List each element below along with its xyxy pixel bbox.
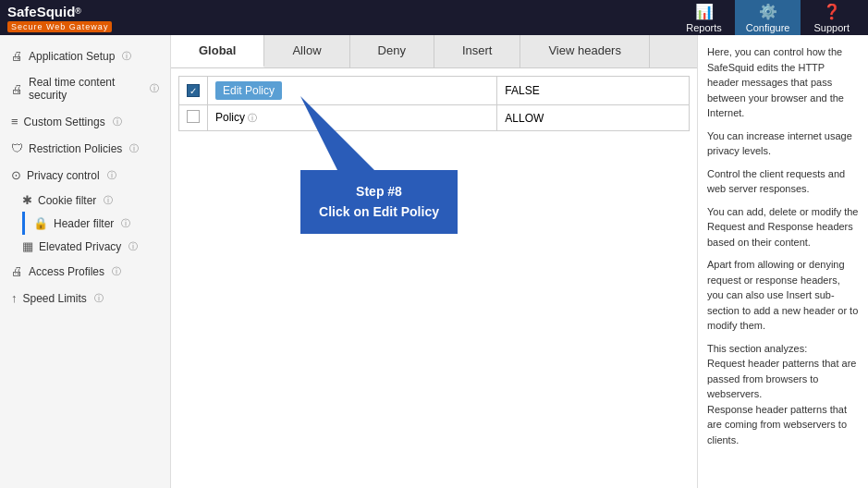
info-para-2: Control the client requests and web serv… (707, 166, 859, 197)
checkbox-cell-1[interactable] (179, 105, 208, 131)
info-para-4: Apart from allowing or denying request o… (707, 257, 859, 334)
tab-deny[interactable]: Deny (350, 35, 434, 67)
help-icon-2: ⓘ (113, 116, 122, 128)
logo-subtitle: Secure Web Gateway (7, 21, 112, 32)
sidebar-item-elevated[interactable]: ▦ Elevated Privacy ⓘ (22, 235, 170, 258)
help-icon-9: ⓘ (94, 292, 104, 305)
sidebar-item-header[interactable]: 🔒 Header filter ⓘ (22, 212, 170, 235)
sidebar-item-label: Application Setup (29, 50, 115, 63)
info-panel: Here, you can control how the SafeSquid … (697, 35, 868, 488)
support-icon: ❓ (823, 3, 841, 20)
sidebar-item-label: Custom Settings (24, 116, 105, 128)
logo-area: SafeSquid® Secure Web Gateway (7, 4, 174, 32)
sidebar-item-label: Cookie filter (38, 194, 96, 207)
sidebar-item-label: Real time content security (29, 76, 142, 102)
nav-configure[interactable]: ⚙️ Configure (735, 0, 801, 37)
allow-value-cell: ALLOW (497, 105, 690, 131)
logo-reg: ® (75, 6, 81, 16)
sidebar: 🖨 Application Setup ⓘ 🖨 Real time conten… (0, 35, 171, 488)
callout-line1: Step #8 (319, 181, 439, 201)
sidebar-item-app-setup[interactable]: 🖨 Application Setup ⓘ (0, 43, 170, 69)
cookie-icon: ✱ (22, 193, 32, 207)
custom-icon: ≡ (11, 115, 18, 128)
sidebar-item-label: Restriction Policies (29, 142, 122, 155)
callout-arrow-svg (300, 96, 374, 170)
logo-text: SafeSquid (7, 4, 75, 19)
policy-help-icon: ⓘ (248, 113, 257, 123)
info-para-5: This section analyzes: Request header pa… (707, 341, 859, 448)
restriction-icon: 🛡 (11, 141, 23, 155)
info-para-0: Here, you can control how the SafeSquid … (707, 44, 859, 121)
sidebar-sub: ✱ Cookie filter ⓘ 🔒 Header filter ⓘ ▦ El… (0, 189, 170, 258)
help-icon-8: ⓘ (112, 265, 121, 278)
sidebar-item-label: Privacy control (27, 169, 100, 182)
realtime-icon: 🖨 (11, 82, 23, 96)
header-icon: 🔒 (33, 216, 48, 230)
checkbox-checked[interactable]: ✓ (187, 84, 200, 97)
table-area: ✓ Edit Policy FALSE Policy ⓘ ALLOW (171, 68, 697, 488)
access-icon: 🖨 (11, 264, 23, 278)
nav-support[interactable]: ❓ Support (802, 0, 861, 37)
help-icon-3: ⓘ (129, 142, 139, 155)
callout-box: Step #8Click on Edit Policy (300, 170, 458, 234)
checkbox-unchecked[interactable] (187, 110, 200, 123)
sidebar-item-custom[interactable]: ≡ Custom Settings ⓘ (0, 108, 170, 135)
sidebar-item-access[interactable]: 🖨 Access Profiles ⓘ (0, 258, 170, 285)
sidebar-item-restriction[interactable]: 🛡 Restriction Policies ⓘ (0, 135, 170, 162)
sidebar-item-label: Access Profiles (29, 265, 104, 278)
sidebar-item-label: Speed Limits (23, 292, 87, 305)
elevated-icon: ▦ (22, 239, 33, 253)
help-icon-0: ⓘ (122, 50, 131, 63)
privacy-icon: ⊙ (11, 168, 21, 182)
tab-view-headers[interactable]: View headers (520, 35, 650, 67)
help-icon-5: ⓘ (104, 194, 113, 207)
help-icon-1: ⓘ (150, 82, 159, 95)
help-icon-4: ⓘ (107, 169, 116, 182)
help-icon-7: ⓘ (128, 240, 138, 253)
header: SafeSquid® Secure Web Gateway 📊 Reports … (0, 0, 868, 35)
callout: Step #8Click on Edit Policy (300, 96, 458, 234)
svg-marker-0 (300, 96, 374, 170)
info-para-3: You can add, delete or modify the Reques… (707, 204, 859, 250)
false-value-cell: FALSE (497, 77, 690, 105)
info-para-1: You can increase internet usage privacy … (707, 128, 859, 159)
content-area: Global Allow Deny Insert View headers ✓ … (171, 35, 697, 488)
tab-bar: Global Allow Deny Insert View headers (171, 35, 697, 68)
sidebar-item-label: Elevated Privacy (39, 240, 121, 253)
tab-insert[interactable]: Insert (434, 35, 521, 67)
nav-configure-label: Configure (746, 22, 790, 33)
callout-line2: Click on Edit Policy (319, 201, 439, 222)
tab-global[interactable]: Global (171, 35, 264, 67)
sidebar-item-realtime[interactable]: 🖨 Real time content security ⓘ (0, 69, 170, 108)
nav-reports[interactable]: 📊 Reports (675, 0, 733, 37)
nav-reports-label: Reports (686, 22, 722, 33)
sidebar-item-speed[interactable]: ↑ Speed Limits ⓘ (0, 285, 170, 311)
header-nav: 📊 Reports ⚙️ Configure ❓ Support (675, 0, 861, 37)
sidebar-item-cookie[interactable]: ✱ Cookie filter ⓘ (22, 189, 170, 212)
tab-allow[interactable]: Allow (264, 35, 349, 67)
app-setup-icon: 🖨 (11, 49, 23, 63)
sidebar-item-privacy[interactable]: ⊙ Privacy control ⓘ (0, 162, 170, 189)
sidebar-item-label: Header filter (54, 217, 114, 230)
configure-icon: ⚙️ (759, 3, 777, 20)
edit-policy-button[interactable]: Edit Policy (215, 81, 282, 100)
nav-support-label: Support (813, 22, 850, 33)
checkbox-cell-0[interactable]: ✓ (179, 77, 208, 105)
reports-icon: 📊 (695, 3, 714, 20)
main-layout: 🖨 Application Setup ⓘ 🖨 Real time conten… (0, 35, 868, 488)
speed-icon: ↑ (11, 291, 18, 305)
help-icon-6: ⓘ (121, 217, 130, 230)
